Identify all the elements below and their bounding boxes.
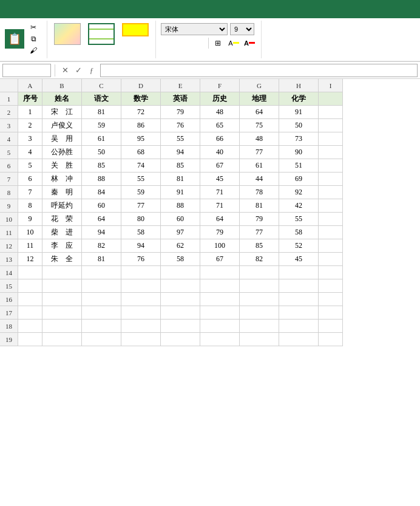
cell[interactable]: 58 [121,226,161,239]
row-header[interactable]: 5 [0,146,18,159]
formula-input[interactable] [100,64,418,77]
cell[interactable] [82,293,121,306]
cell[interactable]: 69 [279,173,319,186]
cell[interactable]: 88 [82,173,121,186]
cell[interactable] [18,320,42,333]
cell[interactable] [121,266,161,279]
cell[interactable] [18,293,42,306]
cell[interactable]: 67 [200,253,240,266]
row-header[interactable]: 7 [0,173,18,186]
cell[interactable]: 1 [18,106,42,119]
cell[interactable] [279,266,319,279]
cell[interactable]: 81 [161,173,200,186]
cell[interactable]: 82 [240,253,279,266]
cell[interactable] [200,306,240,320]
cell[interactable] [240,306,279,320]
col-header-b[interactable]: B [42,79,82,92]
cell[interactable]: 58 [161,253,200,266]
fill-color-button[interactable]: A [227,37,240,49]
cell[interactable]: 4 [18,146,42,159]
col-header-f[interactable]: F [200,79,240,92]
cell[interactable]: 44 [240,173,279,186]
cell[interactable]: 88 [161,199,200,213]
cell[interactable]: 12 [18,253,42,266]
cell[interactable] [200,293,240,306]
cell[interactable] [240,293,279,306]
cell[interactable]: 100 [200,239,240,253]
cell[interactable]: 81 [82,253,121,266]
cell[interactable] [42,320,82,333]
col-header-c[interactable]: C [82,79,121,92]
cell[interactable]: 60 [82,199,121,213]
cell[interactable]: 50 [279,119,319,132]
cell[interactable]: 95 [121,132,161,146]
cell[interactable]: 48 [240,132,279,146]
cell[interactable]: 64 [82,213,121,226]
row-header[interactable]: 6 [0,159,18,173]
cell[interactable] [240,266,279,279]
cell[interactable] [319,92,343,106]
cell-style-button[interactable] [120,23,151,37]
cell[interactable] [319,199,343,213]
cell[interactable]: 78 [240,186,279,199]
col-header-e[interactable]: E [161,79,200,92]
cell[interactable]: 花 荣 [42,213,82,226]
cell[interactable]: 85 [161,159,200,173]
cell[interactable]: 76 [161,119,200,132]
cell[interactable]: 84 [82,186,121,199]
cell[interactable]: 历史 [200,92,240,106]
cell[interactable] [319,119,343,132]
cell[interactable]: 85 [82,159,121,173]
cell[interactable] [42,306,82,320]
cell[interactable] [279,293,319,306]
col-header-a[interactable]: A [18,79,42,92]
cell[interactable]: 77 [240,146,279,159]
cell[interactable]: 地理 [240,92,279,106]
cell[interactable] [18,306,42,320]
cell[interactable] [42,293,82,306]
cell[interactable] [319,173,343,186]
cell[interactable] [319,226,343,239]
confirm-formula-button[interactable]: ✓ [72,64,84,77]
cell[interactable]: 柴 进 [42,226,82,239]
cell[interactable] [319,132,343,146]
cell[interactable] [200,320,240,333]
cell[interactable] [82,333,121,346]
table-format-button[interactable] [86,23,117,46]
cell[interactable] [319,253,343,266]
cell[interactable]: 40 [200,146,240,159]
cell[interactable] [200,266,240,279]
cell[interactable] [42,266,82,279]
cell[interactable] [319,186,343,199]
cell[interactable]: 61 [82,132,121,146]
cell-reference-box[interactable] [2,64,51,77]
font-name-select[interactable]: 宋体 [161,23,228,35]
cell[interactable]: 68 [121,146,161,159]
cell[interactable]: 英语 [161,92,200,106]
cell[interactable]: 语文 [82,92,121,106]
cell[interactable] [200,333,240,346]
format-painter-button[interactable]: 🖌 [27,45,42,56]
cancel-formula-button[interactable]: ✕ [59,64,71,77]
row-header[interactable]: 17 [0,306,18,320]
cell[interactable]: 宋 江 [42,106,82,119]
cell[interactable]: 48 [200,106,240,119]
cell[interactable]: 71 [200,186,240,199]
cell[interactable]: 11 [18,239,42,253]
cell[interactable]: 51 [279,159,319,173]
cell[interactable]: 90 [279,146,319,159]
cell[interactable] [319,159,343,173]
cell[interactable]: 64 [200,213,240,226]
row-header[interactable]: 4 [0,132,18,146]
cell[interactable] [319,333,343,346]
cell[interactable]: 6 [18,173,42,186]
conditional-format-button[interactable] [52,23,83,46]
cell[interactable] [319,293,343,306]
cell[interactable]: 2 [18,119,42,132]
row-header[interactable]: 11 [0,226,18,239]
cell[interactable]: 72 [121,106,161,119]
cell[interactable]: 85 [240,239,279,253]
cell[interactable]: 3 [18,132,42,146]
cell[interactable]: 59 [121,186,161,199]
cell[interactable] [121,293,161,306]
